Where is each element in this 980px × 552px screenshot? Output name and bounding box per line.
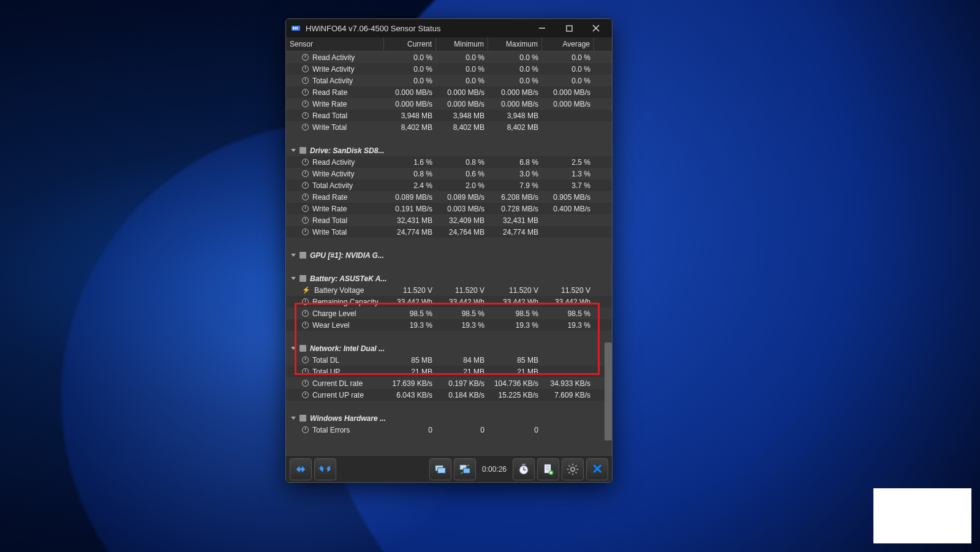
close-button[interactable] [585,20,607,37]
sensor-row[interactable]: Read Rate0.000 MB/s0.000 MB/s0.000 MB/s0… [286,86,612,98]
value-average: 1.3 % [542,170,594,178]
sensor-name: Read Activity [312,158,355,167]
chevron-down-icon [291,254,296,257]
category-label: Windows Hardware ... [310,414,386,423]
svg-rect-5 [567,26,572,31]
category-windows-hw[interactable]: Windows Hardware ... [286,412,612,424]
value-maximum: 7.9 % [488,181,542,190]
col-sensor[interactable]: Sensor [286,37,384,51]
value-minimum: 0.089 MB/s [436,193,488,202]
clock-icon [302,357,309,363]
sensor-tree[interactable]: Read Activity0.0 %0.0 %0.0 %0.0 %Write A… [286,51,612,455]
sensor-row[interactable]: Write Total8,402 MB8,402 MB8,402 MB [286,121,612,133]
value-maximum: 104.736 KB/s [488,379,542,388]
sensor-row[interactable]: Total Activity0.0 %0.0 %0.0 %0.0 % [286,75,612,86]
category-drive-sandisk[interactable]: Drive: SanDisk SD8... [286,145,612,156]
close-sensors-button[interactable]: ✕ [586,458,608,480]
col-current[interactable]: Current [384,37,436,51]
sensor-row[interactable]: Total UP21 MB21 MB21 MB [286,366,612,377]
sensor-row[interactable]: Write Total24,774 MB24,764 MB24,774 MB [286,226,612,238]
minimize-button[interactable] [531,20,553,37]
sensor-name: Total Errors [312,426,350,434]
sensor-name: Write Rate [312,205,347,213]
value-minimum: 21 MB [436,368,488,376]
value-average: 33.442 Wh [542,298,594,306]
sensor-name: Write Rate [312,100,347,108]
sensor-row[interactable]: Current DL rate17.639 KB/s0.197 KB/s104.… [286,377,612,389]
clock-icon [302,298,309,305]
vertical-scrollbar[interactable] [605,342,612,440]
sensor-row[interactable]: Read Total32,431 MB32,409 MB32,431 MB [286,214,612,226]
svg-rect-15 [522,463,526,465]
settings-button[interactable] [562,458,584,480]
category-label: Drive: SanDisk SD8... [310,146,384,155]
clock-icon [302,182,309,189]
column-headers[interactable]: Sensor Current Minimum Maximum Average [286,37,612,51]
value-minimum: 0 [436,426,488,434]
value-maximum: 6.208 MB/s [488,193,542,202]
sensor-row[interactable]: Read Activity1.6 %0.8 %6.8 %2.5 % [286,156,612,168]
sensor-name: Total DL [312,356,339,365]
sensor-row[interactable]: Read Rate0.089 MB/s0.089 MB/s6.208 MB/s0… [286,191,612,203]
bottom-toolbar: 0:00:26 ✕ [286,455,612,482]
sensor-row[interactable]: Wear Level19.3 %19.3 %19.3 %19.3 % [286,319,612,331]
category-label: Battery: ASUSTeK A... [310,274,386,283]
logging-button[interactable] [537,458,559,480]
sensor-row[interactable]: Write Activity0.8 %0.6 %3.0 %1.3 % [286,168,612,180]
sensor-row[interactable]: ⚡Battery Voltage11.520 V11.520 V11.520 V… [286,284,612,296]
category-gpu[interactable]: GPU [#1]: NVIDIA G... [286,249,612,261]
value-maximum: 21 MB [488,368,542,376]
value-maximum: 0 [488,426,542,434]
sensor-row[interactable]: Total DL85 MB84 MB85 MB [286,354,612,366]
clock-icon [302,100,309,107]
expand-button[interactable] [290,458,312,480]
sensor-row[interactable]: Total Activity2.4 %2.0 %7.9 %3.7 % [286,180,612,191]
sensor-row[interactable]: Write Rate0.191 MB/s0.003 MB/s0.728 MB/s… [286,203,612,214]
sensor-row[interactable]: Current UP rate6.043 KB/s0.184 KB/s15.22… [286,389,612,401]
sensor-row[interactable]: Remaining Capacity33.442 Wh33.442 Wh33.4… [286,296,612,308]
svg-rect-3 [296,27,298,29]
value-current: 0.0 % [384,77,436,85]
value-current: 8,402 MB [384,123,436,132]
sensor-row[interactable]: Read Total3,948 MB3,948 MB3,948 MB [286,110,612,121]
sensor-name: Read Activity [312,53,355,62]
sensor-name: Read Rate [312,193,347,202]
sensor-row[interactable]: Write Activity0.0 %0.0 %0.0 %0.0 % [286,63,612,75]
clock-icon [302,368,309,375]
svg-rect-11 [463,468,470,473]
shared-memory-button[interactable] [454,458,476,480]
value-maximum: 0.728 MB/s [488,205,542,213]
col-maximum[interactable]: Maximum [488,37,542,51]
value-maximum: 0.000 MB/s [488,88,542,97]
value-average: 2.5 % [542,158,594,167]
col-average[interactable]: Average [542,37,594,51]
clock-reset-button[interactable] [513,458,535,480]
value-average: 0.000 MB/s [542,88,594,97]
col-minimum[interactable]: Minimum [436,37,488,51]
sensor-row[interactable]: Charge Level98.5 %98.5 %98.5 %98.5 % [286,308,612,319]
titlebar[interactable]: HWiNFO64 v7.06-4500 Sensor Status [286,19,612,37]
value-current: 32,431 MB [384,216,436,225]
value-maximum: 0.0 % [488,53,542,62]
collapse-button[interactable] [314,458,336,480]
remote-monitor-button[interactable] [429,458,451,480]
svg-rect-2 [295,27,296,29]
sensor-name: Total Activity [312,181,353,190]
sensor-name: Read Total [312,216,347,225]
chevron-down-icon [291,417,296,420]
value-current: 0.000 MB/s [384,88,436,97]
sensor-row[interactable]: Read Activity0.0 %0.0 %0.0 %0.0 % [286,51,612,63]
value-maximum: 33.442 Wh [488,298,542,306]
category-network[interactable]: Network: Intel Dual ... [286,342,612,354]
sensor-name: Battery Voltage [314,286,364,295]
chip-icon [300,147,306,154]
sensor-row[interactable]: Write Rate0.000 MB/s0.000 MB/s0.000 MB/s… [286,98,612,110]
maximize-button[interactable] [558,20,580,37]
sensor-name: Read Rate [312,88,347,97]
value-average: 0.0 % [542,53,594,62]
value-maximum: 0.0 % [488,77,542,85]
sensor-name: Write Total [312,228,347,236]
sensor-row[interactable]: Total Errors000 [286,424,612,436]
category-battery[interactable]: Battery: ASUSTeK A... [286,273,612,284]
clock-icon [302,54,309,61]
